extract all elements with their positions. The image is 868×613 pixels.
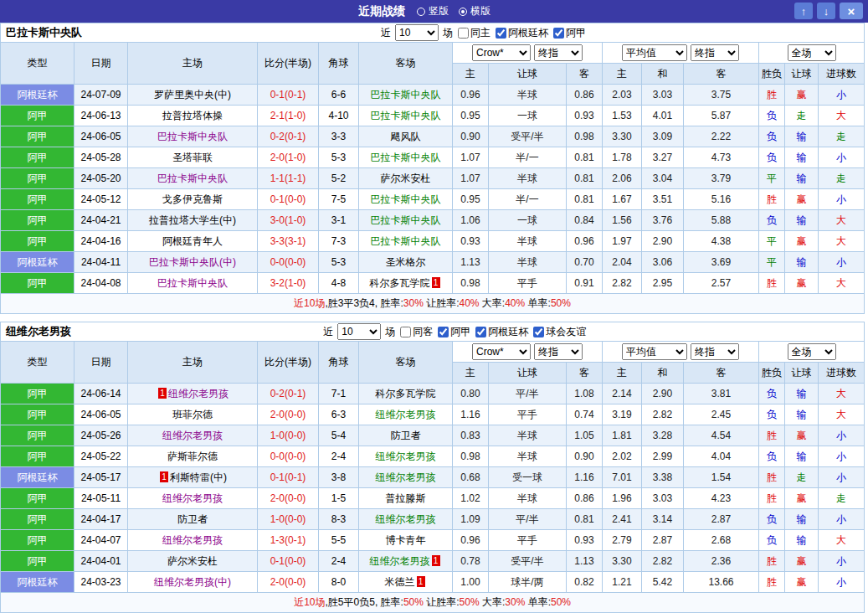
team-name-text[interactable]: 防卫者 bbox=[391, 430, 421, 441]
filter-checkbox[interactable] bbox=[458, 28, 469, 39]
team-name-text[interactable]: 罗萨里奥中央(中) bbox=[154, 89, 231, 100]
away-team[interactable]: 普拉滕斯 bbox=[359, 488, 453, 509]
filter-option-2[interactable]: 阿根廷杯 bbox=[475, 325, 528, 339]
filter-checkbox[interactable] bbox=[496, 28, 506, 39]
home-team[interactable]: 纽维尔老男孩(中) bbox=[128, 572, 258, 593]
team-name-text[interactable]: 纽维尔老男孩 bbox=[376, 513, 436, 525]
away-team[interactable]: 防卫者 bbox=[359, 425, 453, 446]
away-team[interactable]: 纽维尔老男孩 bbox=[359, 509, 453, 530]
team-name-text[interactable]: 纽维尔老男孩 bbox=[376, 409, 436, 420]
team-name-text[interactable]: 巴拉卡斯中央队 bbox=[371, 193, 441, 205]
home-team[interactable]: 巴拉卡斯中央队 bbox=[128, 168, 258, 189]
team-name-text[interactable]: 普拉滕斯 bbox=[386, 492, 426, 504]
team-name-text[interactable]: 巴拉卡斯中央队 bbox=[157, 277, 228, 289]
average-select[interactable]: 平均值 bbox=[622, 44, 687, 61]
home-team[interactable]: 1纽维尔老男孩 bbox=[128, 384, 258, 404]
team-name-text[interactable]: 纽维尔老男孩 bbox=[376, 471, 436, 483]
away-team[interactable]: 圣米格尔 bbox=[359, 252, 453, 273]
filter-option-0[interactable]: 同主 bbox=[458, 26, 490, 40]
away-team[interactable]: 巴拉卡斯中央队 bbox=[359, 147, 453, 168]
team-name-text[interactable]: 萨尔米安杜 bbox=[381, 173, 431, 184]
team-name-text[interactable]: 巴拉卡斯中央队 bbox=[157, 131, 228, 142]
away-team[interactable]: 纽维尔老男孩 bbox=[359, 404, 453, 425]
team-name-text[interactable]: 巴拉卡斯中央队 bbox=[371, 110, 441, 121]
filter-option-1[interactable]: 阿甲 bbox=[438, 325, 470, 339]
home-team[interactable]: 拉普拉塔大学生(中) bbox=[128, 210, 258, 231]
average-stage-select[interactable]: 终指 bbox=[691, 44, 739, 61]
odds-company-select[interactable]: Crow* bbox=[472, 44, 531, 61]
home-team[interactable]: 巴拉卡斯中央队 bbox=[128, 126, 258, 147]
up-arrow-button[interactable]: ↑ bbox=[794, 3, 813, 19]
layout-radio-0[interactable]: 竖版 bbox=[417, 4, 449, 18]
team-name-text[interactable]: 圣米格尔 bbox=[386, 256, 426, 268]
layout-radio-1[interactable]: 横版 bbox=[459, 4, 490, 18]
team-name-text[interactable]: 防卫者 bbox=[177, 513, 208, 525]
scope-select[interactable]: 全场 bbox=[788, 44, 836, 61]
down-arrow-button[interactable]: ↓ bbox=[817, 3, 835, 19]
team-name-text[interactable]: 科尔多瓦学院 bbox=[370, 277, 430, 289]
home-team[interactable]: 纽维尔老男孩 bbox=[128, 488, 258, 509]
home-team[interactable]: 阿根廷青年人 bbox=[128, 231, 258, 252]
team-name-text[interactable]: 巴拉卡斯中央队 bbox=[371, 235, 441, 247]
team-name-text[interactable]: 巴拉卡斯中央队 bbox=[371, 152, 441, 163]
filter-checkbox[interactable] bbox=[438, 327, 449, 337]
team-name-text[interactable]: 阿根廷青年人 bbox=[162, 235, 223, 247]
team-name-text[interactable]: 巴拉卡斯中央队 bbox=[157, 173, 228, 184]
home-team[interactable]: 纽维尔老男孩 bbox=[128, 530, 258, 551]
filter-option-1[interactable]: 阿根廷杯 bbox=[496, 26, 548, 40]
team-name-text[interactable]: 拉普拉塔大学生(中) bbox=[149, 214, 236, 226]
odds-company-select[interactable]: Crow* bbox=[472, 343, 531, 360]
home-team[interactable]: 戈多伊克鲁斯 bbox=[128, 189, 258, 210]
away-team[interactable]: 科尔多瓦学院 bbox=[359, 384, 453, 404]
team-name-text[interactable]: 纽维尔老男孩 bbox=[162, 492, 223, 504]
filter-option-3[interactable]: 球会友谊 bbox=[533, 325, 586, 339]
filter-checkbox[interactable] bbox=[533, 327, 544, 337]
away-team[interactable]: 纽维尔老男孩 bbox=[359, 446, 453, 467]
home-team[interactable]: 班菲尔德 bbox=[128, 404, 258, 425]
team-name-text[interactable]: 飓风队 bbox=[391, 131, 421, 142]
team-name-text[interactable]: 纽维尔老男孩 bbox=[370, 555, 430, 567]
filter-option-2[interactable]: 阿甲 bbox=[553, 26, 586, 40]
team-name-text[interactable]: 圣塔菲联 bbox=[172, 152, 213, 163]
home-team[interactable]: 巴拉卡斯中央队(中) bbox=[128, 252, 258, 273]
team-name-text[interactable]: 科尔多瓦学院 bbox=[376, 388, 436, 399]
home-team[interactable]: 罗萨里奥中央(中) bbox=[128, 85, 258, 106]
team-name-text[interactable]: 纽维尔老男孩 bbox=[162, 430, 223, 441]
filter-checkbox[interactable] bbox=[553, 28, 564, 39]
away-team[interactable]: 巴拉卡斯中央队 bbox=[359, 210, 453, 231]
team-name-text[interactable]: 巴拉卡斯中央队(中) bbox=[149, 256, 236, 268]
average-stage-select[interactable]: 终指 bbox=[691, 343, 739, 360]
close-button[interactable]: × bbox=[840, 3, 863, 19]
team-name-text[interactable]: 米德兰 bbox=[385, 576, 415, 588]
home-team[interactable]: 纽维尔老男孩 bbox=[128, 425, 258, 446]
team-name-text[interactable]: 纽维尔老男孩(中) bbox=[154, 576, 231, 588]
away-team[interactable]: 纽维尔老男孩 bbox=[359, 467, 453, 488]
team-name-text[interactable]: 萨斯菲尔德 bbox=[167, 451, 218, 462]
home-team[interactable]: 萨斯菲尔德 bbox=[128, 446, 258, 467]
away-team[interactable]: 博卡青年 bbox=[359, 530, 453, 551]
away-team[interactable]: 巴拉卡斯中央队 bbox=[359, 85, 453, 106]
team-name-text[interactable]: 纽维尔老男孩 bbox=[162, 534, 223, 546]
odds-stage-select[interactable]: 终指 bbox=[534, 44, 583, 61]
recent-count-select[interactable]: 10 bbox=[337, 323, 381, 340]
home-team[interactable]: 巴拉卡斯中央队 bbox=[128, 273, 258, 294]
filter-checkbox[interactable] bbox=[400, 327, 411, 337]
away-team[interactable]: 纽维尔老男孩1 bbox=[359, 551, 453, 572]
team-name-text[interactable]: 拉普拉塔体操 bbox=[162, 110, 223, 121]
average-select[interactable]: 平均值 bbox=[622, 343, 687, 360]
odds-stage-select[interactable]: 终指 bbox=[534, 343, 583, 360]
team-name-text[interactable]: 萨尔米安杜 bbox=[167, 555, 218, 567]
team-name-text[interactable]: 利斯特雷(中) bbox=[170, 471, 227, 483]
away-team[interactable]: 巴拉卡斯中央队 bbox=[359, 231, 453, 252]
away-team[interactable]: 米德兰1 bbox=[359, 572, 453, 593]
home-team[interactable]: 萨尔米安杜 bbox=[128, 551, 258, 572]
filter-option-0[interactable]: 同客 bbox=[400, 325, 433, 339]
team-name-text[interactable]: 巴拉卡斯中央队 bbox=[371, 89, 441, 100]
team-name-text[interactable]: 巴拉卡斯中央队 bbox=[371, 214, 441, 226]
home-team[interactable]: 圣塔菲联 bbox=[128, 147, 258, 168]
team-name-text[interactable]: 博卡青年 bbox=[386, 534, 426, 546]
team-name-text[interactable]: 戈多伊克鲁斯 bbox=[162, 193, 223, 205]
home-team[interactable]: 拉普拉塔体操 bbox=[128, 106, 258, 126]
team-name-text[interactable]: 纽维尔老男孩 bbox=[376, 451, 436, 462]
away-team[interactable]: 萨尔米安杜 bbox=[359, 168, 453, 189]
